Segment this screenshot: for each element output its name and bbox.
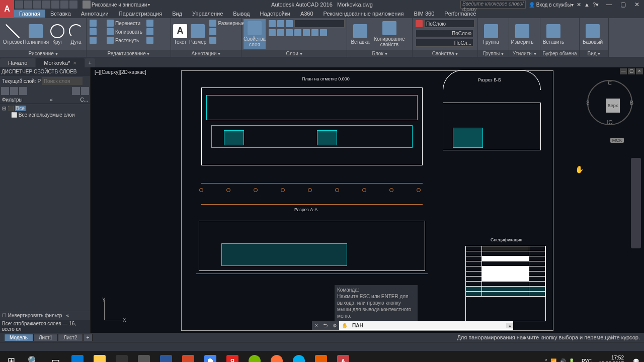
layer-delete-icon[interactable]	[19, 87, 27, 95]
trim-icon[interactable]	[145, 19, 154, 27]
search-button[interactable]: 🔍	[22, 351, 44, 362]
drawing-tab[interactable]: Morkovka*×	[36, 58, 84, 67]
help-icon[interactable]: ▲	[584, 2, 590, 8]
help2-icon[interactable]: ?▾	[593, 2, 599, 8]
exchange-icon[interactable]: ✕	[577, 2, 581, 8]
workspace-label[interactable]: Рисование и аннотации	[92, 2, 147, 8]
network-icon[interactable]: 📶	[550, 358, 556, 363]
tab-parametric[interactable]: Параметризация	[114, 10, 167, 18]
table-icon[interactable]	[208, 36, 246, 44]
skype-app[interactable]	[288, 351, 310, 362]
store-app[interactable]	[111, 351, 133, 362]
tab-manage[interactable]: Управление	[187, 10, 228, 18]
mirror-icon[interactable]	[89, 36, 104, 44]
vlc-app[interactable]	[310, 351, 332, 362]
array-icon[interactable]	[145, 36, 154, 44]
qat-undo-icon[interactable]	[60, 1, 68, 9]
qat-new-icon[interactable]	[15, 1, 23, 9]
copy-button[interactable]: Копировать	[106, 28, 143, 36]
stretch-button[interactable]: Растянуть	[106, 36, 143, 44]
tab-a360[interactable]: A360	[295, 10, 318, 18]
layer-tools-row[interactable]	[268, 29, 346, 37]
navigation-bar[interactable]	[631, 158, 641, 248]
qat-save-icon[interactable]	[33, 1, 41, 9]
doc-minimize-icon[interactable]: —	[620, 68, 627, 74]
clock[interactable]: 17:52 12.03.2017	[595, 355, 628, 362]
panel-props-label[interactable]: Свойства ▾	[413, 50, 477, 57]
leader-icon[interactable]	[208, 28, 246, 36]
qat-open-icon[interactable]	[24, 1, 32, 9]
start-button[interactable]: ⊞	[0, 351, 22, 362]
measure-button[interactable]: Измерить	[511, 19, 533, 49]
signin-button[interactable]: 👤 Вход в службы▾	[529, 2, 574, 8]
panel-layers-label[interactable]: Слои ▾	[242, 50, 347, 57]
insert-block-button[interactable]: Вставка	[349, 19, 371, 49]
tab-annotate[interactable]: Аннотации	[76, 10, 114, 18]
infocenter-search[interactable]: Введите ключевое слово/фразу	[460, 1, 526, 9]
app-logo[interactable]: A	[0, 0, 14, 18]
yandex-app[interactable]: Я	[221, 351, 244, 362]
drawing-canvas[interactable]: [–][Сверху][2D-каркас] — ▢ × План на отм…	[91, 67, 644, 333]
qat-redo-icon[interactable]	[69, 1, 77, 9]
tab-view[interactable]: Вид	[167, 10, 187, 18]
word-app[interactable]	[155, 351, 177, 362]
matchprops-button[interactable]: Копирование свойств	[373, 19, 406, 49]
doc-close-icon[interactable]: ×	[636, 68, 643, 74]
fillet-icon[interactable]	[145, 28, 154, 36]
group-button[interactable]: Группа	[480, 19, 502, 49]
viewport-controls[interactable]: [–][Сверху][2D-каркас]	[95, 69, 146, 75]
panel-draw-label[interactable]: Рисование ▾	[0, 50, 86, 57]
action-center-icon[interactable]: 💬	[628, 358, 644, 363]
edge-app[interactable]	[66, 351, 89, 362]
filters-header[interactable]: Фильтры«С...	[0, 96, 90, 104]
dimension-button[interactable]: Размер	[189, 19, 206, 49]
firefox-app[interactable]	[266, 351, 288, 362]
autocad-app[interactable]: A	[332, 351, 354, 362]
layer-state-row[interactable]	[268, 19, 346, 28]
panel-block-label[interactable]: Блок ▾	[347, 50, 412, 57]
layout2-tab[interactable]: Лист2	[58, 334, 83, 341]
lweight-combo[interactable]: ПоСлою	[415, 29, 475, 38]
layout1-tab[interactable]: Лист1	[33, 334, 58, 341]
polyline-button[interactable]: Полилиния	[25, 19, 47, 49]
ucs-msk-badge[interactable]: МСК	[610, 138, 624, 143]
layer-props-button[interactable]: Свойства слоя	[244, 19, 266, 49]
maximize-button[interactable]: ▢	[616, 0, 630, 9]
tab-output[interactable]: Вывод	[228, 10, 255, 18]
taskview-button[interactable]: ▭	[44, 351, 66, 362]
command-input[interactable]: ПАН	[350, 323, 506, 328]
text-button[interactable]: AТекст	[173, 19, 187, 49]
baseview-button[interactable]: Базовый	[582, 19, 604, 49]
minimize-button[interactable]: —	[602, 0, 616, 9]
panel-clip-label[interactable]: Буфер обмена	[540, 50, 579, 57]
panel-groups-label[interactable]: Группы ▾	[478, 50, 509, 57]
system-tray[interactable]: ˄ 📶 🔊 🔋	[541, 358, 579, 363]
layer-states-icon[interactable]	[72, 87, 80, 95]
cmd-config-icon[interactable]: ⚙	[330, 321, 339, 330]
move-button[interactable]: Перенести	[106, 19, 143, 27]
tab-addins[interactable]: Надстройки	[255, 10, 295, 18]
layer-combo[interactable]	[294, 20, 345, 28]
layer-settings-icon[interactable]	[81, 87, 89, 95]
layer-freeze-icon[interactable]	[10, 87, 18, 95]
panel-utils-label[interactable]: Утилиты ▾	[509, 50, 540, 57]
model-tab[interactable]: Модель	[4, 334, 33, 341]
tab-close-icon[interactable]: ×	[73, 60, 76, 66]
tab-insert[interactable]: Вставка	[45, 10, 76, 18]
cmd-close-icon[interactable]: ×	[312, 321, 321, 330]
arc-button[interactable]: Дуга	[68, 19, 84, 49]
tab-home[interactable]: Главная	[14, 10, 45, 18]
tab-featured[interactable]: Рекомендованные приложения	[318, 10, 409, 18]
workspace-icon[interactable]	[83, 1, 91, 9]
cmd-recent-icon[interactable]: ⮌	[321, 321, 330, 330]
layer-new-icon[interactable]	[1, 87, 9, 95]
move-icon[interactable]	[89, 19, 104, 27]
invert-filter-check[interactable]: ☐ Инвертировать фильтр «	[0, 311, 90, 320]
line-button[interactable]: Отрезок	[2, 19, 23, 49]
layer-filter-tree[interactable]: ⊟ ⬛ Все ⬜ Все используемые слои	[0, 104, 90, 311]
calc-app[interactable]	[133, 351, 155, 362]
tab-bim360[interactable]: BIM 360	[409, 10, 439, 18]
panel-view-label[interactable]: Вид ▾	[580, 50, 608, 57]
chrome-app[interactable]	[199, 351, 221, 362]
battery-icon[interactable]: 🔋	[569, 358, 575, 363]
